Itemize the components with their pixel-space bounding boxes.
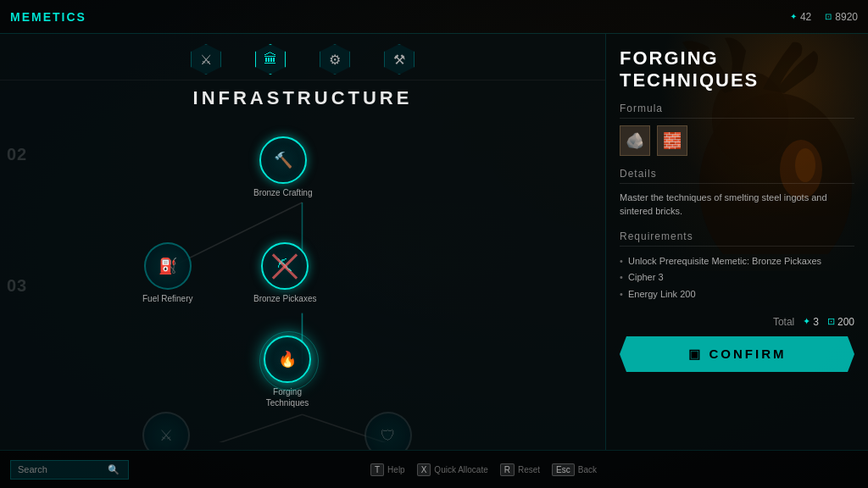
details-section: Details Master the techniques of smeltin… [620, 168, 854, 219]
resource1-value: 42 [800, 11, 811, 23]
total-res1-sym: ✦ [803, 316, 810, 327]
node-bronze-crafting[interactable]: 🔨 Bronze Crafting [253, 136, 312, 198]
requirements-list: Unlock Prerequisite Memetic: Bronze Pick… [620, 253, 854, 302]
node-bronze-crafting-label: Bronze Crafting [253, 187, 312, 198]
keyboard-hints: T Help X Quick Allocate R Reset Esc Back [370, 463, 597, 476]
resource2-value: 8920 [835, 11, 858, 23]
tab-weapons-icon: ⚔ [191, 44, 221, 75]
hint-qa-label: Quick Allocate [434, 465, 487, 474]
bronze-crafting-icon: 🔨 [274, 151, 292, 169]
hint-reset: R Reset [500, 463, 540, 476]
skill-tree: 02 03 🔨 Bronze Crafting ⛽ [0, 119, 605, 442]
row-label-02: 02 [7, 145, 27, 164]
hint-quick-allocate: X Quick Allocate [417, 463, 488, 476]
total-res2-sym: ⊡ [827, 316, 835, 327]
req-item-2: Cipher 3 [620, 269, 854, 286]
node-bronze-pickaxes-circle: ⛏ [261, 242, 309, 290]
node-bottom-right-circle: 🛡 [364, 412, 412, 450]
bottom-bar: 🔍 T Help X Quick Allocate R Reset Esc Ba… [0, 450, 868, 488]
svg-line-3 [181, 414, 303, 442]
details-text: Master the techniques of smelting steel … [620, 191, 854, 219]
node-bronze-crafting-circle: 🔨 [259, 136, 307, 184]
category-tabs: ⚔ 🏛 ⚙ ⚒ [0, 34, 605, 80]
node-fuel-refinery-label: Fuel Refinery [142, 293, 192, 304]
resources-display: ✦ 42 ⊡ 8920 [790, 11, 858, 23]
category-title: INFRASTRUCTURE [0, 80, 605, 119]
req-item-1: Unlock Prerequisite Memetic: Bronze Pick… [620, 253, 854, 269]
total-resource2: ⊡ 200 [827, 316, 854, 328]
tab-crafting[interactable]: ⚒ [384, 44, 415, 75]
node-bottom-right[interactable]: 🛡 [364, 412, 412, 450]
requirements-section: Requirements Unlock Prerequisite Memetic… [620, 230, 854, 302]
confirm-button-icon: ▣ [688, 347, 703, 362]
resource1-icon: ✦ [790, 12, 797, 21]
hint-back-label: Back [578, 465, 597, 474]
bottom-right-icon: 🛡 [381, 427, 396, 445]
search-input[interactable] [18, 464, 103, 474]
total-values: ✦ 3 ⊡ 200 [803, 316, 854, 328]
confirm-button-label: CONFIRM [709, 347, 787, 361]
total-resource1: ✦ 3 [803, 316, 819, 328]
formula-icon-1: 🪨 [620, 125, 650, 156]
search-box[interactable]: 🔍 [10, 460, 129, 480]
resource-2: ⊡ 8920 [825, 11, 858, 23]
tab-weapons[interactable]: ⚔ [191, 44, 221, 75]
fuel-refinery-icon: ⛽ [159, 257, 177, 275]
resource2-icon: ⊡ [825, 12, 832, 21]
tab-tech[interactable]: ⚙ [320, 44, 350, 75]
node-bottom-left-circle: ⚔ [142, 412, 190, 450]
hint-back: Esc Back [552, 463, 597, 476]
tab-crafting-icon: ⚒ [384, 44, 415, 75]
hint-help-label: Help [387, 465, 405, 474]
node-forging-techniques[interactable]: 🔥 Forging Techniques [253, 336, 321, 408]
right-panel: FORGING TECHNIQUES Formula 🪨 🧱 Details M… [606, 34, 868, 450]
hint-qa-key: X [417, 463, 431, 476]
requirements-label: Requirements [620, 230, 854, 247]
total-res2-val: 200 [837, 316, 854, 328]
formula-label: Formula [620, 103, 854, 119]
node-bronze-pickaxes[interactable]: ⛏ Bronze Pickaxes [253, 242, 316, 304]
details-label: Details [620, 168, 854, 184]
selection-glow [259, 331, 319, 391]
total-row: Total ✦ 3 ⊡ 200 [620, 316, 854, 328]
resource-1: ✦ 42 [790, 11, 811, 23]
hint-reset-label: Reset [518, 465, 540, 474]
bottom-left-icon: ⚔ [159, 426, 173, 445]
req-item-3: Energy Link 200 [620, 286, 854, 302]
panel-title: FORGING TECHNIQUES [620, 47, 854, 92]
left-panel: ⚔ 🏛 ⚙ ⚒ INFRASTRUCTURE 02 03 [0, 34, 606, 450]
node-fuel-refinery-circle: ⛽ [144, 242, 192, 290]
formula-icon-2: 🧱 [657, 125, 687, 156]
hint-help: T Help [370, 463, 405, 476]
hint-back-key: Esc [552, 463, 575, 476]
hint-help-key: T [370, 463, 384, 476]
tab-infrastructure[interactable]: 🏛 [255, 44, 286, 75]
top-header: MEMETICS ✦ 42 ⊡ 8920 [0, 0, 868, 34]
node-bronze-pickaxes-label: Bronze Pickaxes [253, 293, 316, 304]
node-bottom-left[interactable]: ⚔ [142, 412, 190, 450]
app-title: MEMETICS [10, 10, 86, 24]
tab-infrastructure-icon: 🏛 [255, 44, 286, 75]
node-fuel-refinery[interactable]: ⛽ Fuel Refinery [142, 242, 192, 304]
confirm-button[interactable]: ▣ CONFIRM [620, 336, 854, 372]
total-res1-val: 3 [813, 316, 819, 328]
formula-section: Formula 🪨 🧱 [620, 103, 854, 156]
tab-tech-icon: ⚙ [320, 44, 350, 75]
total-label: Total [773, 316, 794, 328]
row-label-03: 03 [7, 276, 27, 296]
hint-reset-key: R [500, 463, 515, 476]
formula-items: 🪨 🧱 [620, 125, 854, 156]
node-forging-techniques-circle: 🔥 [264, 336, 311, 383]
search-icon: 🔍 [108, 464, 120, 475]
